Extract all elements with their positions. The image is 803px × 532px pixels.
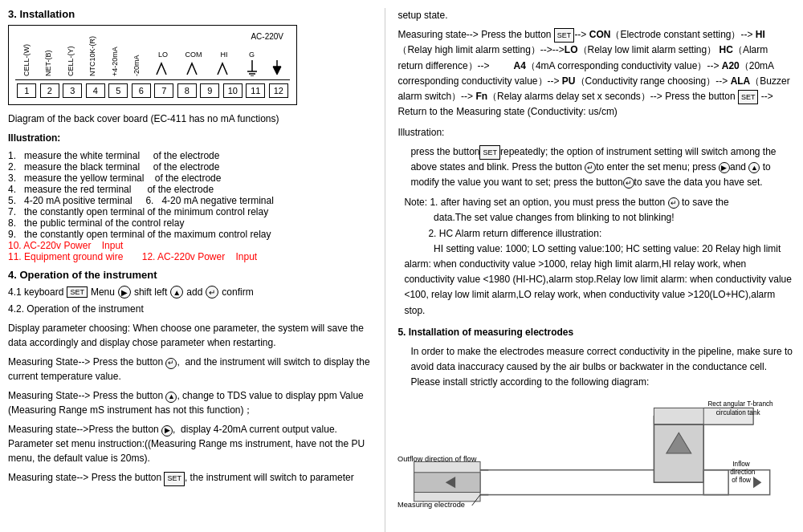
op-para-3: Measuring State--> Press the button ▲, c… — [8, 388, 373, 417]
illust-item-8: 8. the public terminal of the control re… — [8, 217, 373, 229]
op-para-2: Measuring State--> Press the button ↵, a… — [8, 355, 373, 384]
right-para-2: press the buttonSETrepeatedly; the optio… — [410, 144, 795, 191]
illust-item-10: 10. AC-220v Power Input — [8, 240, 373, 251]
pipeline-diagram: Outflow direction of flow Measuring elec… — [397, 398, 795, 532]
op-para-1: Display parameter choosing: When choose … — [8, 321, 373, 350]
keyboard-row: 4.1 keyboard SET Menu ▶ shift left ▲ add… — [8, 286, 373, 298]
terminal-net-b: NET-(B) — [44, 36, 52, 76]
shift-label: shift left — [134, 286, 167, 298]
illust-item-4: 4. measure the red terminal of the elect… — [8, 184, 373, 195]
illust-item-7: 7. the constantly open terminal of the m… — [8, 206, 373, 217]
and-text: and — [730, 161, 746, 173]
svg-text:direction: direction — [731, 469, 756, 476]
terminal-cell-y: CELL-(Y) — [67, 36, 75, 76]
right-column: setup state. Measuring state--> Press th… — [385, 8, 795, 532]
illustration-list: 1. measure the white terminal of the ele… — [8, 150, 373, 262]
svg-text:Rect angular T-branch: Rect angular T-branch — [708, 401, 774, 408]
terminal-numbers: 1 2 3 4 5 6 7 8 9 10 11 12 — [15, 80, 290, 98]
right-note: Note: 1. after having set an option, you… — [404, 195, 795, 319]
section5-para: In order to make the electrodes measure … — [410, 344, 795, 391]
section4-title: 4. Operation of the instrument — [8, 269, 373, 281]
illust-item-3: 3. measure the yellow terminal of the el… — [8, 173, 373, 184]
confirm-label: confirm — [222, 286, 253, 298]
terminal-row: AC-220V CELL-(W) NET-(B) CELL-(Y) NTC10K… — [15, 32, 290, 80]
terminal-plus20ma: +4-20mA — [111, 36, 119, 76]
left-column: 3. Installation AC-220V CELL-(W) NET-(B)… — [8, 8, 385, 532]
terminal-minus20ma: -20mA — [132, 36, 141, 76]
illustration-title: Illustration: — [8, 131, 373, 145]
add-key[interactable]: ▲ — [170, 286, 183, 298]
shift-key[interactable]: ▶ — [118, 286, 131, 298]
setup-intro: setup state. — [397, 8, 795, 22]
illust-item-1: 1. measure the white terminal of the ele… — [8, 150, 373, 161]
illust-item-11: 11. Equipment ground wire 12. AC-220v Po… — [8, 251, 373, 262]
svg-text:of flow: of flow — [732, 477, 752, 485]
op-para-4: Measuring state-->Press the button ▶, di… — [8, 422, 373, 465]
svg-marker-19 — [753, 477, 761, 488]
ac-label: AC-220V — [251, 32, 283, 41]
section5-title: 5. Installation of measuring electrodes — [397, 325, 795, 339]
illust-item-2: 2. measure the black terminal of the ele… — [8, 161, 373, 173]
svg-text:Inflow: Inflow — [733, 461, 751, 468]
confirm-key[interactable]: ↵ — [206, 286, 218, 298]
add-label: add — [186, 286, 202, 298]
section3-title: 3. Installation — [8, 8, 373, 20]
svg-text:Outflow direction of flow: Outflow direction of flow — [397, 456, 477, 464]
op-para-5: Measuring state--> Press the button SET,… — [8, 470, 373, 486]
right-para-1: Measuring state--> Press the button SET-… — [397, 27, 795, 120]
terminal-ntc: NTC10K-(R) — [88, 36, 96, 76]
diagram-caption: Diagram of the back cover board (EC-411 … — [8, 112, 373, 126]
svg-text:Measuring electrode: Measuring electrode — [397, 501, 465, 509]
menu-label: Menu — [91, 286, 115, 298]
svg-text:circulation tank: circulation tank — [716, 409, 761, 416]
set-key[interactable]: SET — [67, 286, 88, 298]
terminal-cell-w: CELL-(W) — [22, 36, 31, 76]
op-subsection: 4.2. Operation of the instrument — [8, 302, 373, 316]
illust-item-9: 9. the constantly open terminal of the m… — [8, 229, 373, 240]
keyboard-label: 4.1 keyboard — [8, 286, 63, 298]
illustration-label: Illustration: — [397, 125, 795, 140]
illust-item-5: 5. 4-20 mA positive terminal 6. 4-20 mA … — [8, 195, 373, 206]
back-cover-diagram: AC-220V CELL-(W) NET-(B) CELL-(Y) NTC10K… — [8, 25, 297, 105]
